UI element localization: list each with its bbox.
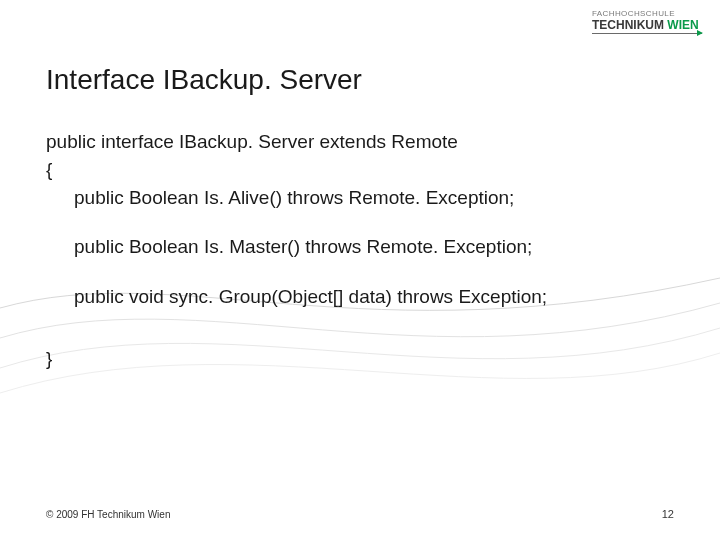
slide: FACHHOCHSCHULE TECHNIKUM WIEN Interface … — [0, 0, 720, 540]
footer-copyright: © 2009 FH Technikum Wien — [46, 509, 170, 520]
logo-line2: TECHNIKUM WIEN — [592, 19, 702, 31]
code-line: { — [46, 158, 680, 182]
code-block: public interface IBackup. Server extends… — [46, 130, 680, 375]
institution-logo: FACHHOCHSCHULE TECHNIKUM WIEN — [592, 10, 702, 34]
logo-word-technikum: TECHNIKUM — [592, 18, 664, 32]
slide-title: Interface IBackup. Server — [46, 64, 362, 96]
logo-line1: FACHHOCHSCHULE — [592, 10, 702, 18]
code-line: public Boolean Is. Master() throws Remot… — [46, 235, 680, 259]
logo-arrow-icon — [592, 33, 702, 34]
logo-word-wien: WIEN — [667, 18, 698, 32]
code-line: } — [46, 347, 680, 371]
footer-page-number: 12 — [662, 508, 674, 520]
code-line: public interface IBackup. Server extends… — [46, 130, 680, 154]
code-line: public void sync. Group(Object[] data) t… — [46, 285, 680, 309]
code-line: public Boolean Is. Alive() throws Remote… — [46, 186, 680, 210]
